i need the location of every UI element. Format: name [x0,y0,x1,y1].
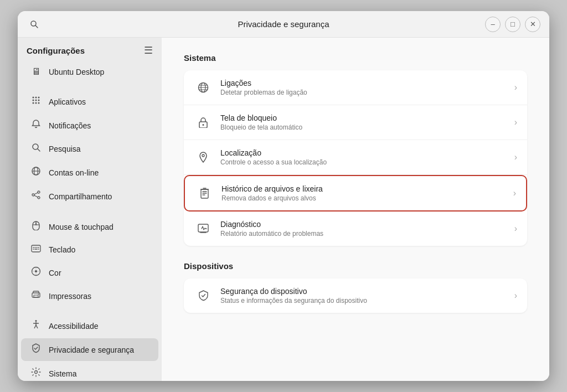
tela-bloqueio-chevron: › [514,117,517,127]
ubuntu-desktop-icon: 🖥 [30,66,42,78]
svg-line-41 [34,325,36,328]
sidebar-item-cor[interactable]: Cor [21,261,158,284]
sidebar-item-sistema[interactable]: Sistema [21,362,158,381]
diagnostico-chevron: › [514,224,517,234]
card-item-diagnostico[interactable]: Diagnóstico Relatório automático de prob… [184,212,527,246]
historico-label: Histórico de arquivos e lixeira [221,184,509,193]
svg-point-43 [35,371,38,374]
svg-line-1 [35,25,38,28]
sidebar-item-label: Aplicativos [49,97,86,106]
card-item-localizacao[interactable]: Localização Controle o acesso a sua loca… [184,140,527,175]
localizacao-text: Localização Controle o acesso a sua loca… [220,148,510,166]
seguranca-dispositivo-icon [194,286,213,305]
sidebar-item-notificacoes[interactable]: Notificações [21,114,158,137]
sidebar-item-label: Privacidade e segurança [49,345,134,354]
seguranca-dispositivo-label: Segurança do dispositivo [220,287,510,296]
sidebar-item-label: Cor [49,269,61,277]
card-item-tela-bloqueio[interactable]: Tela de bloqueio Bloqueio de tela automá… [184,105,527,140]
seguranca-dispositivo-text: Segurança do dispositivo Status e inform… [220,287,510,305]
seguranca-dispositivo-sublabel: Status e informações da segurança do dis… [220,297,510,305]
notificacoes-icon [30,119,42,132]
mouse-icon [30,220,42,233]
diagnostico-label: Diagnóstico [220,220,510,229]
sidebar-item-compartilhamento[interactable]: Compartilhamento [21,185,158,208]
sidebar-item-label: Notificações [49,121,91,130]
svg-rect-25 [32,245,40,252]
sidebar-item-aplicativos[interactable]: Aplicativos [21,90,158,113]
ligacoes-sublabel: Detetar problemas de ligação [220,89,510,96]
main-content: Configurações ☰ 🖥 Ubuntu Desktop [18,38,549,381]
maximize-button[interactable]: □ [505,17,520,32]
minimize-button[interactable]: – [485,17,501,32]
svg-point-5 [33,100,34,101]
teclado-icon [30,244,42,255]
sidebar-item-label: Mouse & touchpad [49,223,114,231]
card-group-dispositivos: Segurança do dispositivo Status e inform… [184,278,527,313]
sidebar-item-label: Contas on-line [49,168,99,177]
svg-point-51 [202,154,204,157]
sidebar-item-label: Teclado [49,245,75,254]
impressoras-icon [30,290,42,302]
app-window: Privacidade e segurança – □ ✕ Configuraç… [18,11,549,381]
sidebar-item-contas-online[interactable]: Contas on-line [21,161,158,184]
svg-point-18 [38,197,40,199]
search-icon[interactable] [27,17,42,32]
svg-line-19 [34,193,38,194]
ligacoes-chevron: › [514,82,517,92]
svg-point-38 [35,320,37,322]
titlebar-left [27,17,42,32]
sidebar-item-impressoras[interactable]: Impressoras [21,285,158,307]
tela-bloqueio-sublabel: Bloqueio de tela automático [220,123,510,131]
sidebar-item-pesquisa[interactable]: Pesquisa [21,138,158,160]
card-item-seguranca-dispositivo[interactable]: Segurança do dispositivo Status e inform… [184,278,527,313]
svg-point-9 [35,102,37,104]
ligacoes-label: Ligações [220,79,510,87]
section-title-sistema: Sistema [184,53,527,63]
localizacao-label: Localização [220,148,510,157]
svg-point-10 [38,102,40,104]
sistema-icon [30,367,42,380]
sidebar-item-teclado[interactable]: Teclado [21,239,158,260]
sidebar-item-mouse-touchpad[interactable]: Mouse & touchpad [21,215,158,238]
window-controls: – □ ✕ [485,17,540,32]
card-item-ligacoes[interactable]: Ligações Detetar problemas de ligação › [184,70,527,105]
sidebar: Configurações ☰ 🖥 Ubuntu Desktop [18,38,162,381]
svg-line-20 [34,195,38,197]
sidebar-menu-icon[interactable]: ☰ [144,44,153,56]
diagnostico-sublabel: Relatório automático de problemas [220,230,510,238]
svg-point-4 [38,97,40,99]
contas-online-icon [30,166,42,179]
titlebar: Privacidade e segurança – □ ✕ [18,11,549,38]
sidebar-item-label: Compartilhamento [49,192,112,201]
tela-bloqueio-label: Tela de bloqueio [220,114,510,122]
sidebar-item-label: Acessibilidade [49,322,99,331]
sidebar-item-ubuntu-desktop[interactable]: 🖥 Ubuntu Desktop [21,61,158,82]
svg-point-2 [33,97,34,99]
pesquisa-icon [30,143,42,155]
card-group-sistema: Ligações Detetar problemas de ligação › [184,70,527,246]
localizacao-sublabel: Controle o acesso a sua localização [220,158,510,166]
sidebar-item-label: Pesquisa [49,145,81,153]
svg-point-37 [38,294,39,295]
sidebar-item-acessibilidade[interactable]: Acessibilidade [21,314,158,337]
privacidade-icon [30,343,42,356]
seguranca-dispositivo-chevron: › [514,291,517,301]
svg-line-42 [36,325,38,328]
svg-rect-52 [201,189,208,198]
diagnostico-text: Diagnóstico Relatório automático de prob… [220,220,510,238]
historico-icon [195,184,214,203]
sidebar-title: Configurações [27,46,85,55]
historico-chevron: › [513,188,516,198]
acessibilidade-icon [30,319,42,332]
svg-point-3 [35,97,37,99]
section-title-dispositivos: Dispositivos [184,261,527,271]
svg-point-50 [203,124,204,126]
aplicativos-icon [30,95,42,108]
diagnostico-icon [194,219,213,238]
sidebar-item-privacidade-seguranca[interactable]: Privacidade e segurança [21,338,158,361]
svg-point-8 [33,102,34,104]
svg-point-16 [38,191,40,193]
close-button[interactable]: ✕ [525,17,540,32]
localizacao-chevron: › [514,152,517,162]
card-item-historico-arquivos[interactable]: Histórico de arquivos e lixeira Remova d… [184,175,527,212]
